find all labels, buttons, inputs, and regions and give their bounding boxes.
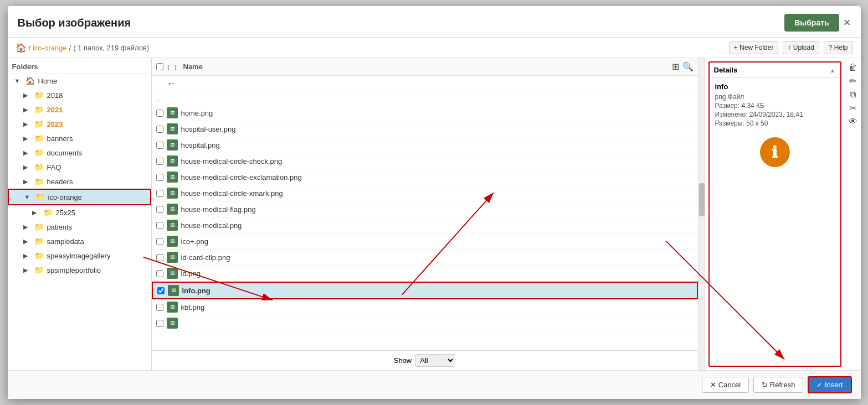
file-checkbox[interactable] [156,270,163,277]
expand-arrow: ▶ [23,106,31,113]
copy-button[interactable]: ⧉ [850,90,856,100]
file-row: 🖼 [152,315,698,331]
name-column-header: Name [181,63,669,71]
file-checkbox-selected[interactable] [157,287,165,294]
file-checkbox[interactable] [156,320,163,327]
scrollbar[interactable] [698,58,705,370]
file-name[interactable]: ico+.png [181,237,209,246]
folder-icon: 📁 [34,163,44,172]
details-collapse-icon[interactable]: ▲ [830,67,836,74]
sidebar-item-label: patients [47,223,73,231]
cut-button[interactable]: ✂ [849,103,856,113]
show-select[interactable]: All Images [415,354,455,367]
expand-arrow: ▶ [23,135,31,142]
file-name[interactable]: hospital-user.png [181,125,236,133]
sidebar-item-patients[interactable]: ▶ 📁 patients [8,220,151,234]
file-name[interactable]: id-card-clip.png [181,253,230,262]
home-icon[interactable]: 🏠 [16,43,27,53]
file-row: 🖼 house-medical-circle-check.png [152,153,698,169]
file-name[interactable]: id.png [181,269,201,278]
file-thumbnail: 🖼 [167,268,178,279]
details-area: Details ▲ info png Файл Размер: 4.34 КБ … [705,58,861,370]
file-checkbox[interactable] [156,222,163,229]
file-name[interactable]: house-medical-circle-xmark.png [181,189,283,198]
sidebar-item-home[interactable]: ▼ 🏠 Home [8,74,151,88]
upload-button[interactable]: ↑ Upload [783,41,819,54]
file-name[interactable]: hospital.png [181,141,220,149]
toggle-details-button[interactable]: ⊞ [672,61,679,72]
help-button[interactable]: ? Help [824,41,853,54]
sidebar-item-25x25[interactable]: ▶ 📁 25x25 [8,205,151,220]
sidebar-item-sampledata[interactable]: ▶ 📁 sampledata [8,234,151,248]
new-folder-button[interactable]: + New Folder [729,41,779,54]
details-file-type: png Файл [715,93,835,101]
file-name[interactable]: house-medical-flag.png [181,205,256,214]
cancel-button[interactable]: ✕ Cancel [702,377,749,393]
expand-arrow: ▶ [23,149,31,157]
delete-button[interactable]: 🗑 [849,63,857,72]
file-thumbnail: 🖼 [167,172,178,183]
sort-desc-button[interactable]: ↕ [174,63,178,71]
breadcrumb-link[interactable]: ico-orange [33,44,66,52]
sidebar-item-2021[interactable]: ▶ 📁 2021 [8,102,151,117]
details-panel-inner: Details ▲ info png Файл Размер: 4.34 КБ … [708,61,841,367]
folder-icon: 📁 [34,222,44,231]
file-name[interactable]: home.png [181,109,213,117]
file-name-selected[interactable]: info.png [182,287,210,295]
file-list-area: ↕ ↕ Name ⊞ 🔍 ← ... [152,58,698,370]
dialog-title: Выбор изображения [18,17,131,29]
file-name[interactable]: house-medical-circle-exclamation.png [181,173,302,181]
sidebar-item-spsimpleportfolio[interactable]: ▶ 📁 spsimpleportfolio [8,263,151,277]
sidebar-item-label: Home [38,77,58,85]
edit-button[interactable]: ✏ [849,76,856,86]
close-button[interactable]: × [844,15,851,30]
refresh-button[interactable]: ↻ Refresh [753,377,803,393]
sidebar-item-banners[interactable]: ▶ 📁 banners [8,131,151,146]
sidebar-item-headers[interactable]: ▶ 📁 headers [8,174,151,189]
sidebar-item-label: sampledata [47,237,84,246]
breadcrumb-sep2: / [69,44,71,52]
toolbar-right: + New Folder ↑ Upload ? Help [729,41,853,54]
folder-icon: 📁 [34,177,44,186]
folder-icon: 📁 [34,91,44,100]
sidebar-item-2018[interactable]: ▶ 📁 2018 [8,88,151,102]
sidebar-item-label: 2018 [47,91,63,100]
file-thumbnail: 🖼 [167,204,178,215]
expand-arrow: ▶ [23,267,31,274]
sidebar-item-faq[interactable]: ▶ 📁 FAQ [8,160,151,174]
folder-icon: 📁 [43,208,53,217]
select-button[interactable]: Выбрать [784,14,839,32]
file-thumbnail: 🖼 [167,107,178,118]
file-checkbox[interactable] [156,238,163,245]
sidebar-item-speasyimagegallery[interactable]: ▶ 📁 speasyimagegallery [8,248,151,263]
file-name[interactable]: kbt.png [181,303,205,311]
file-checkbox[interactable] [156,158,163,165]
file-checkbox[interactable] [156,190,163,197]
file-checkbox[interactable] [156,304,163,311]
file-checkbox[interactable] [156,254,163,261]
sidebar-item-documents[interactable]: ▶ 📁 documents [8,146,151,160]
back-button[interactable]: ← [167,78,177,90]
sidebar-item-ico-orange[interactable]: ▼ 📁 ico-orange [8,189,151,205]
sidebar-item-2023[interactable]: ▶ 📁 2023 [8,117,151,131]
file-row: 🖼 kbt.png [152,299,698,315]
image-picker-dialog: Выбор изображения Выбрать × 🏠 / ico-oran… [8,6,861,399]
file-area-container: ↕ ↕ Name ⊞ 🔍 ← ... [152,58,861,370]
header-right: Выбрать × [784,14,850,32]
sidebar-item-label: spsimpleportfolio [47,266,101,274]
file-name[interactable]: house-medical.png [181,221,242,230]
select-all-checkbox[interactable] [156,63,163,70]
sort-asc-button[interactable]: ↕ [167,63,171,71]
file-name[interactable]: house-medical-circle-check.png [181,157,283,165]
file-checkbox[interactable] [156,142,163,149]
file-checkbox[interactable] [156,110,163,117]
view-button[interactable]: 👁 [849,117,857,127]
folder-icon: 📁 [34,134,44,143]
file-checkbox[interactable] [156,174,163,181]
expand-arrow: ▶ [23,252,31,259]
file-checkbox[interactable] [156,126,163,133]
search-button[interactable]: 🔍 [682,61,694,72]
sidebar-item-label: ico-orange [48,193,82,201]
insert-button[interactable]: ✓ Insert [808,376,851,393]
file-checkbox[interactable] [156,206,163,213]
